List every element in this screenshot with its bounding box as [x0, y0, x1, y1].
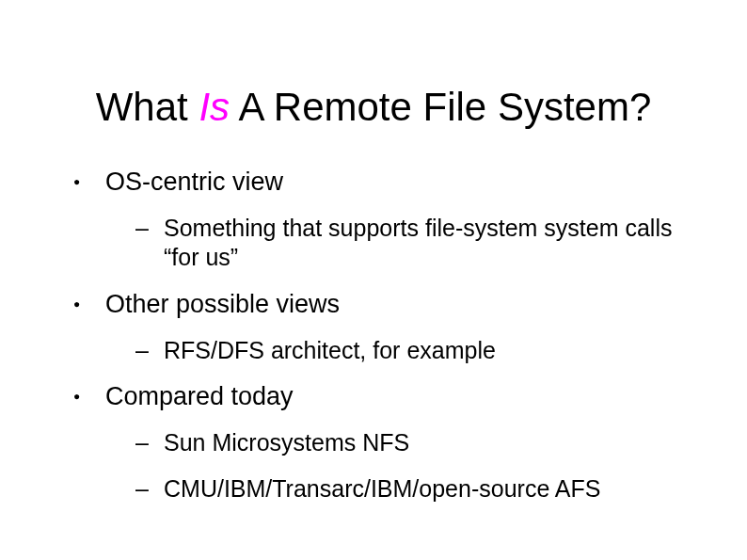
subbullet-item: Something that supports file-system syst… [141, 214, 691, 273]
subbullet-text: Sun Microsystems NFS [164, 429, 409, 456]
subbullet-item: CMU/IBM/Transarc/IBM/open-source AFS [141, 474, 691, 504]
slide: What Is A Remote File System? OS-centric… [0, 0, 747, 560]
title-emphasis: Is [199, 85, 230, 129]
bullet-text: Other possible views [105, 290, 340, 318]
title-text-1: What [96, 85, 199, 129]
subbullet-text: RFS/DFS architect, for example [164, 337, 496, 363]
title-text-2: A Remote File System? [230, 85, 651, 129]
subbullet-item: Sun Microsystems NFS [141, 428, 691, 457]
bullet-text: OS-centric view [105, 168, 283, 196]
subbullet-text: CMU/IBM/Transarc/IBM/open-source AFS [164, 475, 600, 502]
subbullet-text: Something that supports file-system syst… [164, 215, 672, 270]
bullet-item: Compared today [83, 382, 691, 411]
subbullet-item: RFS/DFS architect, for example [141, 336, 691, 365]
slide-title: What Is A Remote File System? [56, 85, 691, 130]
bullet-item: OS-centric view [83, 168, 691, 197]
bullet-text: Compared today [105, 382, 294, 410]
bullet-item: Other possible views [83, 290, 691, 319]
